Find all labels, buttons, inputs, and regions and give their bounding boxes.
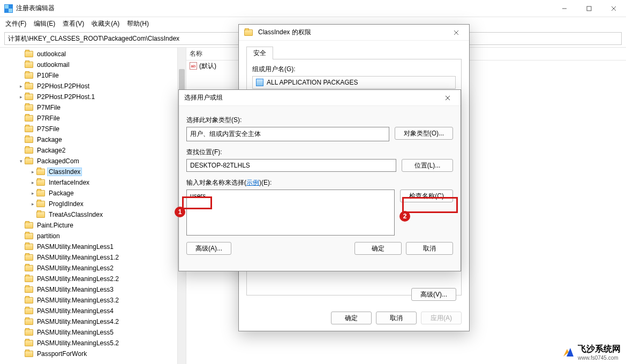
group-users-label: 组或用户名(G): — [252, 65, 456, 74]
chevron-right-icon[interactable]: ▸ — [17, 93, 25, 101]
menu-file[interactable]: 文件(F) — [2, 18, 29, 29]
tree-item-label: PassportForWork — [35, 350, 88, 358]
folder-icon — [25, 265, 33, 271]
tree-item[interactable]: PassportForWork — [2, 348, 186, 359]
folder-icon — [25, 72, 33, 79]
tree-item[interactable]: ▸P2PHost.P2PHost.1 — [2, 92, 186, 102]
select-advanced-button[interactable]: 高级(A)... — [186, 242, 231, 255]
tree-item-label: PASMUtility.MeaningLess4 — [35, 307, 115, 315]
tree-item-label: PASMUtility.MeaningLess5.2 — [35, 339, 120, 347]
object-types-button[interactable]: 对象类型(O)... — [395, 127, 453, 140]
tree-item[interactable]: PASMUtility.MeaningLess2 — [2, 263, 186, 274]
tree-item-label: PackagedCom — [35, 157, 81, 165]
minimize-button[interactable] — [552, 0, 577, 17]
folder-icon — [25, 276, 33, 282]
folder-icon — [25, 158, 33, 164]
maximize-button[interactable] — [577, 0, 601, 17]
folder-icon — [25, 286, 33, 293]
close-button[interactable] — [601, 0, 626, 17]
tree-item[interactable]: Package — [2, 134, 186, 145]
chevron-right-icon[interactable]: ▸ — [17, 82, 25, 90]
tree-item[interactable]: Paint.Picture — [2, 220, 186, 231]
tree-item[interactable]: ▸ProgIdIndex — [2, 199, 186, 209]
tree-item-label: PASMUtility.MeaningLess2 — [35, 264, 115, 272]
tree-item-label: outlookmail — [35, 60, 71, 69]
tree-item-label: P2PHost.P2PHost.1 — [35, 93, 96, 101]
tree-item[interactable]: PASMUtility.MeaningLess2.2 — [2, 274, 186, 284]
tree-item[interactable]: PASMUtility.MeaningLess1.2 — [2, 252, 186, 263]
chevron-down-icon[interactable]: ▾ — [17, 157, 25, 165]
folder-icon — [25, 147, 33, 154]
select-dialog-close-button[interactable] — [440, 92, 455, 104]
locations-button[interactable]: 位置(L)... — [402, 159, 453, 172]
select-user-dialog: 选择用户或组 选择此对象类型(S): 用户、组或内置安全主体 对象类型(O)..… — [178, 89, 461, 271]
folder-icon — [36, 169, 45, 175]
tree-item[interactable]: P7MFile — [2, 102, 186, 113]
tree-item[interactable]: P10File — [2, 70, 186, 81]
tree-item-label: outlookcal — [35, 50, 67, 58]
twisty-none — [17, 104, 25, 111]
string-value-icon: ab — [190, 62, 197, 70]
tree-item[interactable]: PASMUtility.MeaningLess3.2 — [2, 295, 186, 306]
permissions-advanced-button[interactable]: 高级(V)... — [411, 288, 456, 301]
permissions-ok-button[interactable]: 确定 — [331, 312, 372, 324]
chevron-right-icon[interactable]: ▸ — [29, 168, 36, 176]
twisty-none — [17, 297, 25, 304]
tree-item[interactable]: partition — [2, 231, 186, 241]
tree-item[interactable]: PASMUtility.MeaningLess5 — [2, 327, 186, 338]
permissions-apply-button[interactable]: 应用(A) — [421, 312, 462, 324]
window-title: 注册表编辑器 — [16, 4, 55, 13]
package-principal-icon — [256, 79, 263, 86]
tree-item-label: P7MFile — [35, 103, 62, 112]
menu-help[interactable]: 帮助(H) — [124, 18, 152, 29]
tree-item[interactable]: PASMUtility.MeaningLess1 — [2, 241, 186, 252]
tree-item[interactable]: outlookcal — [2, 49, 186, 59]
location-label: 查找位置(F): — [186, 148, 453, 157]
menu-view[interactable]: 查看(V) — [59, 18, 87, 29]
tree-item-label: partition — [35, 232, 62, 240]
tree-item[interactable]: Package2 — [2, 145, 186, 156]
tree-item[interactable]: PASMUtility.MeaningLess4 — [2, 306, 186, 316]
folder-icon — [25, 94, 33, 100]
tree-item[interactable]: PASMUtility.MeaningLess5.2 — [2, 338, 186, 348]
tree-item[interactable]: TreatAsClassIndex — [2, 209, 186, 220]
tree-item-label: PASMUtility.MeaningLess3.2 — [35, 296, 120, 305]
tree-item[interactable]: ▸Package — [2, 188, 186, 199]
select-ok-button[interactable]: 确定 — [355, 242, 402, 255]
menu-edit[interactable]: 编辑(E) — [31, 18, 58, 29]
permissions-cancel-button[interactable]: 取消 — [376, 312, 417, 324]
examples-link[interactable]: 示例 — [246, 179, 259, 186]
twisty-none — [17, 286, 25, 293]
tree-item[interactable]: outlookmail — [2, 59, 186, 70]
tree-item[interactable]: P7RFile — [2, 113, 186, 124]
folder-icon — [25, 104, 33, 111]
folder-icon — [25, 340, 33, 346]
chevron-right-icon[interactable]: ▸ — [29, 200, 36, 208]
tree-item[interactable]: P7SFile — [2, 124, 186, 134]
tab-security[interactable]: 安全 — [246, 47, 273, 59]
tree-item[interactable]: ▸ClassIndex — [2, 166, 186, 177]
folder-icon — [244, 29, 253, 36]
group-users-item: ALL APPLICATION PACKAGES — [267, 79, 358, 86]
folder-icon — [36, 190, 45, 196]
object-names-input[interactable] — [186, 189, 395, 236]
tree-item[interactable]: ▸InterfaceIndex — [2, 177, 186, 188]
tree-item-label: ProgIdIndex — [47, 200, 85, 208]
group-users-listbox[interactable]: ALL APPLICATION PACKAGES — [252, 76, 456, 89]
chevron-right-icon[interactable]: ▸ — [29, 189, 36, 197]
tree-item-label: Package2 — [35, 146, 67, 155]
folder-icon — [25, 329, 33, 336]
tree-item[interactable]: PASMUtility.MeaningLess3 — [2, 284, 186, 295]
tree-item[interactable]: ▾PackagedCom — [2, 156, 186, 166]
tree-item-label: ClassIndex — [47, 168, 82, 176]
chevron-right-icon[interactable]: ▸ — [29, 179, 36, 186]
permissions-close-button[interactable] — [449, 27, 464, 39]
menu-favorites[interactable]: 收藏夹(A) — [88, 18, 123, 29]
select-cancel-button[interactable]: 取消 — [406, 242, 453, 255]
tree-item[interactable]: ▸P2PHost.P2PHost — [2, 81, 186, 92]
tree-pane[interactable]: outlookcaloutlookmailP10File▸P2PHost.P2P… — [0, 48, 186, 364]
folder-icon — [25, 233, 33, 239]
check-names-button[interactable]: 检查名称(C) — [400, 189, 453, 202]
tree-item[interactable]: PASMUtility.MeaningLess4.2 — [2, 316, 186, 327]
select-dialog-title: 选择用户或组 — [184, 93, 223, 102]
